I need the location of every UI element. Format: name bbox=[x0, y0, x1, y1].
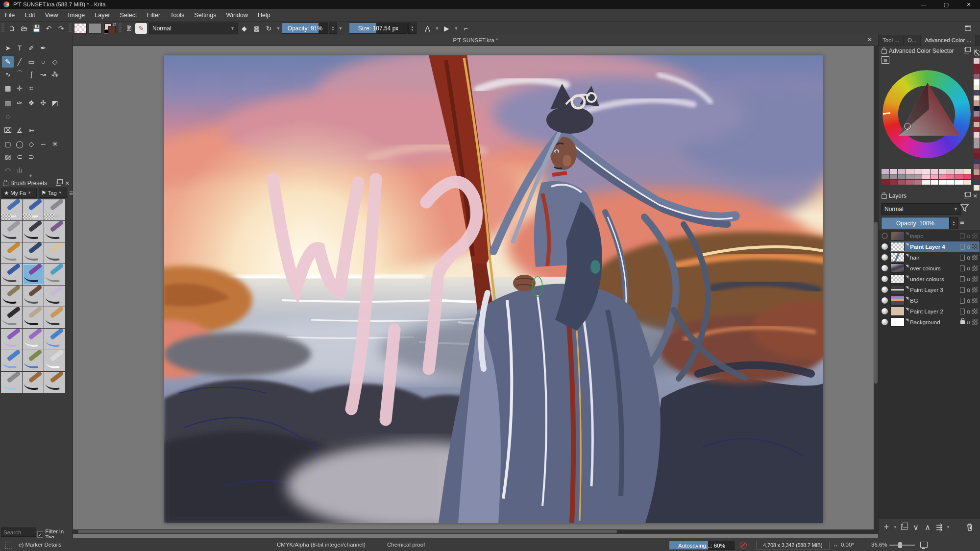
layer-visibility-icon[interactable] bbox=[882, 308, 888, 314]
close-button[interactable]: ✕ bbox=[957, 0, 980, 9]
lock-docker-icon[interactable] bbox=[3, 182, 8, 186]
inherit-alpha-icon[interactable] bbox=[972, 265, 978, 271]
alpha-lock-icon[interactable]: α bbox=[967, 287, 970, 293]
lock-icon[interactable] bbox=[960, 320, 965, 324]
tag-dropdown[interactable]: ⚑ Tag ▼ bbox=[39, 188, 67, 198]
tool-ellipse[interactable]: ○ bbox=[37, 56, 49, 68]
color-history-swatch[interactable] bbox=[974, 180, 980, 185]
edit-brush-settings-button[interactable]: ✎ bbox=[135, 23, 147, 34]
tool-ellipse-select[interactable]: ◯ bbox=[14, 138, 25, 150]
palette-swatch[interactable] bbox=[931, 169, 938, 174]
opacity-spinner[interactable]: ▲▼ bbox=[329, 23, 337, 34]
layer-lock-icon[interactable] bbox=[960, 255, 965, 261]
mirror-vertical-button[interactable]: ▶ bbox=[441, 23, 453, 34]
toolbar-grip[interactable] bbox=[119, 24, 122, 33]
tool-move[interactable]: ✛ bbox=[14, 82, 25, 94]
inherit-alpha-icon[interactable] bbox=[972, 287, 978, 292]
layer-lock-icon[interactable] bbox=[960, 298, 965, 304]
palette-swatch[interactable] bbox=[931, 180, 938, 185]
tool-select-shapes[interactable]: ➤ bbox=[2, 42, 14, 54]
tool-reference-images[interactable]: ➳ bbox=[25, 124, 37, 136]
layer-thumbnail[interactable] bbox=[890, 242, 905, 251]
docker-tab[interactable]: O... bbox=[904, 35, 921, 46]
open-document-button[interactable]: 🗁 bbox=[18, 23, 30, 34]
tool-assistants[interactable]: ⌧ bbox=[2, 124, 14, 136]
tool-measure[interactable]: ∡ bbox=[14, 124, 25, 136]
no-selection-icon[interactable] bbox=[740, 542, 747, 549]
duplicate-icon[interactable] bbox=[901, 524, 907, 530]
menu-filter[interactable]: Filter bbox=[142, 9, 165, 21]
tool-bezier-select[interactable]: ⊂ bbox=[14, 151, 25, 163]
menu-window[interactable]: Window bbox=[221, 9, 253, 21]
layer-visibility-icon[interactable] bbox=[882, 276, 888, 282]
layer-lock-icon[interactable] bbox=[960, 276, 965, 282]
tool-edit-shapes[interactable]: ✐ bbox=[25, 42, 37, 54]
menu-settings[interactable]: Settings bbox=[189, 9, 221, 21]
alpha-lock-icon[interactable]: α bbox=[967, 265, 970, 272]
close-docker-icon[interactable]: ✕ bbox=[973, 193, 978, 198]
color-history-swatch[interactable] bbox=[974, 169, 980, 175]
palette-swatch[interactable] bbox=[914, 169, 922, 174]
artwork-canvas[interactable] bbox=[164, 55, 823, 523]
layer-row-paint-layer-2[interactable]: ◥Paint Layer 2α bbox=[879, 306, 980, 316]
eraser-mode-button[interactable]: ◆ bbox=[238, 23, 250, 34]
lock-docker-icon[interactable] bbox=[882, 194, 887, 199]
alpha-lock-icon[interactable]: α bbox=[967, 276, 970, 283]
layer-thumbnail[interactable] bbox=[890, 264, 905, 273]
brush-preset-tile[interactable] bbox=[44, 242, 65, 264]
layer-visibility-icon[interactable] bbox=[882, 297, 888, 304]
inherit-alpha-icon[interactable] bbox=[972, 255, 978, 260]
menu-view[interactable]: View bbox=[40, 9, 63, 21]
tool-freehand-brush[interactable]: ✎ bbox=[2, 56, 14, 68]
alpha-lock-icon[interactable]: α bbox=[967, 243, 970, 250]
alpha-lock-icon[interactable]: α bbox=[967, 297, 970, 304]
layer-row-background[interactable]: ◥Backgroundα bbox=[879, 317, 980, 327]
tool-bezier-curve[interactable]: ⌒ bbox=[14, 69, 25, 80]
brush-preset-tile[interactable] bbox=[44, 307, 65, 328]
menu-edit[interactable]: Edit bbox=[20, 9, 40, 21]
docker-tab[interactable]: Tool ... bbox=[879, 35, 904, 46]
menu-tools[interactable]: Tools bbox=[165, 9, 189, 21]
tool-rectangle[interactable]: ▭ bbox=[25, 56, 37, 68]
brush-preset-tile[interactable] bbox=[44, 329, 65, 350]
palette-swatch[interactable] bbox=[955, 174, 963, 179]
saturation-triangle[interactable] bbox=[882, 70, 971, 158]
choose-workspace-button[interactable]: 🗔 bbox=[962, 23, 974, 34]
save-button[interactable]: 💾 bbox=[30, 23, 43, 34]
image-dimensions[interactable]: 4,708 x 3,342 (588.7 MiB) bbox=[756, 541, 830, 550]
alpha-lock-icon[interactable]: α bbox=[967, 319, 970, 326]
move-layer-up-button[interactable]: ∧ bbox=[922, 523, 933, 532]
size-spinner[interactable]: ▲▼ bbox=[408, 23, 416, 34]
color-history-swatch[interactable] bbox=[974, 159, 980, 164]
menu-select[interactable]: Select bbox=[115, 9, 142, 21]
brush-options-icon[interactable]: 🖹 bbox=[123, 23, 135, 34]
palette-swatch[interactable] bbox=[922, 174, 930, 179]
brush-preset-tile[interactable] bbox=[1, 350, 22, 371]
palette-swatch[interactable] bbox=[882, 174, 889, 179]
palette-swatch[interactable] bbox=[890, 174, 898, 179]
palette-swatch[interactable] bbox=[890, 180, 898, 185]
brush-preset-tile[interactable] bbox=[44, 372, 65, 393]
palette-swatch[interactable] bbox=[963, 174, 971, 179]
tool-polyline[interactable]: ∿ bbox=[2, 69, 14, 80]
minimize-button[interactable]: — bbox=[912, 0, 935, 9]
palette-swatch[interactable] bbox=[947, 174, 955, 179]
chevron-down-icon[interactable]: ▼ bbox=[945, 525, 951, 529]
chevron-down-icon[interactable]: ▼ bbox=[275, 23, 282, 34]
inherit-alpha-icon[interactable] bbox=[972, 276, 978, 282]
palette-swatch[interactable] bbox=[939, 169, 947, 174]
palette-swatch[interactable] bbox=[882, 169, 889, 174]
layer-thumbnail[interactable] bbox=[890, 285, 905, 294]
brush-preset-tile[interactable] bbox=[1, 242, 22, 264]
layer-opacity-slider[interactable]: Opacity: 100% bbox=[881, 217, 950, 229]
palette-swatch[interactable] bbox=[922, 180, 930, 185]
brush-preset-tile[interactable] bbox=[23, 221, 44, 242]
brush-preset-tile[interactable] bbox=[23, 329, 44, 350]
gradient-chooser[interactable] bbox=[74, 23, 87, 34]
brush-preset-tile-selected[interactable] bbox=[23, 264, 44, 285]
palette-swatch[interactable] bbox=[906, 174, 914, 179]
color-history-swatch[interactable] bbox=[974, 106, 980, 111]
layer-lock-icon[interactable] bbox=[960, 244, 965, 250]
color-history-swatch[interactable] bbox=[974, 79, 980, 85]
layer-thumbnail[interactable] bbox=[890, 253, 905, 262]
